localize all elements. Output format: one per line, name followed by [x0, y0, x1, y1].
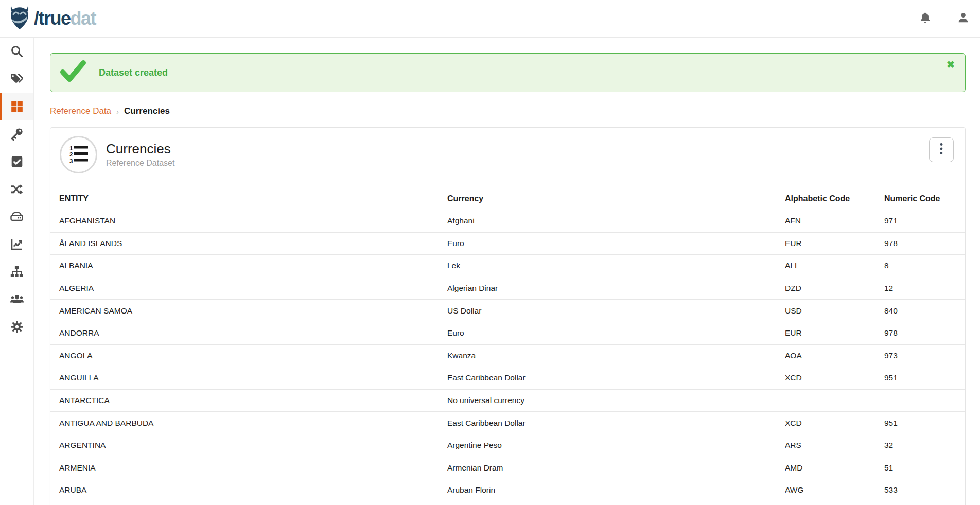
- sidebar-item-settings[interactable]: [0, 313, 33, 341]
- user-icon: [957, 11, 970, 26]
- chevron-right-icon: ›: [116, 107, 119, 116]
- cell-entity: ANTARCTICA: [50, 396, 447, 405]
- svg-text:2: 2: [69, 151, 73, 158]
- cell-alphabetic-code: AMD: [785, 463, 884, 473]
- numbered-list-icon: 1 2 3: [68, 144, 90, 166]
- notifications-button[interactable]: [917, 11, 933, 26]
- logo-wordmark: /truedat: [34, 9, 96, 28]
- cell-entity: ALBANIA: [50, 261, 447, 270]
- sidebar-item-search[interactable]: [0, 38, 33, 65]
- svg-text:3: 3: [69, 158, 73, 164]
- dataset-icon: 1 2 3: [60, 136, 97, 173]
- table-row[interactable]: ALGERIA Algerian Dinar DZD 12: [50, 277, 965, 300]
- table-row[interactable]: AMERICAN SAMOA US Dollar USD 840: [50, 299, 965, 322]
- logo-text-secondary: dat: [71, 8, 96, 29]
- cell-alphabetic-code: EUR: [785, 239, 884, 248]
- cell-entity: ANTIGUA AND BARBUDA: [50, 419, 447, 428]
- cell-alphabetic-code: AFN: [785, 216, 884, 225]
- shuffle-icon: [10, 182, 24, 196]
- alert-message: Dataset created: [99, 67, 168, 78]
- table-header-row: ENTITY Currency Alphabetic Code Numeric …: [50, 188, 965, 210]
- cell-numeric-code: 32: [884, 441, 965, 450]
- cell-entity: ANGOLA: [50, 351, 447, 360]
- cell-alphabetic-code: DZD: [785, 284, 884, 293]
- sidebar-item-users[interactable]: [0, 286, 33, 314]
- column-header-alphabetic-code: Alphabetic Code: [785, 194, 884, 203]
- truedat-logo[interactable]: /truedat: [7, 5, 96, 32]
- cell-currency: Aruban Florin: [447, 485, 785, 495]
- cell-currency: Lek: [447, 261, 785, 270]
- cell-currency: Argentine Peso: [447, 441, 785, 450]
- cell-numeric-code: 12: [884, 284, 965, 293]
- drawer-icon: [10, 210, 24, 223]
- owl-logo-icon: [7, 5, 32, 32]
- card-actions-button[interactable]: [929, 137, 954, 162]
- page-title: Currencies: [106, 142, 174, 157]
- tags-icon: [10, 72, 24, 86]
- table-row[interactable]: ÅLAND ISLANDS Euro EUR 978: [50, 232, 965, 255]
- sidebar-item-structures[interactable]: [0, 258, 33, 286]
- dataset-card: 1 2 3 Currencies Reference Dataset: [50, 127, 966, 505]
- svg-text:1: 1: [69, 145, 73, 151]
- bell-icon: [919, 11, 932, 26]
- sidebar-item-rules[interactable]: [0, 148, 33, 176]
- cell-numeric-code: 951: [884, 373, 965, 382]
- table-row[interactable]: ARGENTINA Argentine Peso ARS 32: [50, 434, 965, 457]
- sidebar-item-lineage[interactable]: [0, 176, 33, 203]
- cell-entity: AFGHANISTAN: [50, 216, 447, 225]
- close-icon[interactable]: ✖: [947, 60, 955, 69]
- cell-currency: Kwanza: [447, 351, 785, 360]
- user-menu-button[interactable]: [955, 11, 971, 26]
- table-row[interactable]: ANDORRA Euro EUR 978: [50, 322, 965, 344]
- sidebar-item-permissions[interactable]: [0, 120, 33, 148]
- cell-entity: ARMENIA: [50, 463, 447, 473]
- table-row[interactable]: ARMENIA Armenian Dram AMD 51: [50, 457, 965, 479]
- cell-numeric-code: 978: [884, 328, 965, 338]
- sidebar-item-dashboards[interactable]: [0, 231, 33, 258]
- table-row[interactable]: ANTIGUA AND BARBUDA East Caribbean Dolla…: [50, 411, 965, 434]
- cell-currency: East Caribbean Dollar: [447, 419, 785, 428]
- breadcrumb-current: Currencies: [124, 106, 170, 116]
- cell-entity: ARUBA: [50, 485, 447, 495]
- grid-icon: [10, 100, 24, 113]
- cell-numeric-code: 971: [884, 216, 965, 225]
- table-row[interactable]: ANTARCTICA No universal currency: [50, 389, 965, 412]
- sidebar-item-tags[interactable]: [0, 65, 33, 93]
- cell-alphabetic-code: AOA: [785, 351, 884, 360]
- table-row[interactable]: AFGHANISTAN Afghani AFN 971: [50, 210, 965, 232]
- breadcrumb-link-reference-data[interactable]: Reference Data: [50, 106, 111, 116]
- dataset-titles: Currencies Reference Dataset: [106, 142, 174, 168]
- cell-entity: ANDORRA: [50, 328, 447, 338]
- logo-text-primary: /true: [34, 8, 71, 29]
- column-header-currency: Currency: [447, 194, 785, 203]
- table-row[interactable]: ALBANIA Lek ALL 8: [50, 254, 965, 277]
- cell-currency: Armenian Dram: [447, 463, 785, 473]
- cell-entity: AMERICAN SAMOA: [50, 306, 447, 316]
- sidebar-item-reference-data[interactable]: [0, 93, 33, 120]
- cell-entity: ANGUILLA: [50, 373, 447, 382]
- cell-numeric-code: 973: [884, 351, 965, 360]
- page-subtitle: Reference Dataset: [106, 159, 174, 168]
- search-icon: [10, 44, 24, 58]
- cell-currency: US Dollar: [447, 306, 785, 316]
- cell-numeric-code: 840: [884, 306, 965, 316]
- table-row[interactable]: ANGOLA Kwanza AOA 973: [50, 344, 965, 367]
- kebab-icon: [940, 143, 943, 157]
- column-header-entity: ENTITY: [50, 194, 447, 203]
- gear-icon: [10, 320, 24, 334]
- cell-currency: Algerian Dinar: [447, 284, 785, 293]
- table-body: AFGHANISTAN Afghani AFN 971 ÅLAND ISLAND…: [50, 210, 965, 501]
- cell-numeric-code: 533: [884, 485, 965, 495]
- main-content: Dataset created ✖ Reference Data › Curre…: [34, 38, 980, 505]
- cell-entity: ALGERIA: [50, 284, 447, 293]
- table-row[interactable]: ANGUILLA East Caribbean Dollar XCD 951: [50, 367, 965, 389]
- table-row[interactable]: ARUBA Aruban Florin AWG 533: [50, 479, 965, 501]
- cell-numeric-code: 8: [884, 261, 965, 270]
- cell-alphabetic-code: USD: [785, 306, 884, 316]
- sidebar-item-sources[interactable]: [0, 203, 33, 231]
- cell-currency: East Caribbean Dollar: [447, 373, 785, 382]
- cell-entity: ARGENTINA: [50, 441, 447, 450]
- column-header-numeric-code: Numeric Code: [884, 194, 965, 203]
- sidebar: [0, 38, 34, 505]
- success-alert: Dataset created ✖: [50, 53, 966, 92]
